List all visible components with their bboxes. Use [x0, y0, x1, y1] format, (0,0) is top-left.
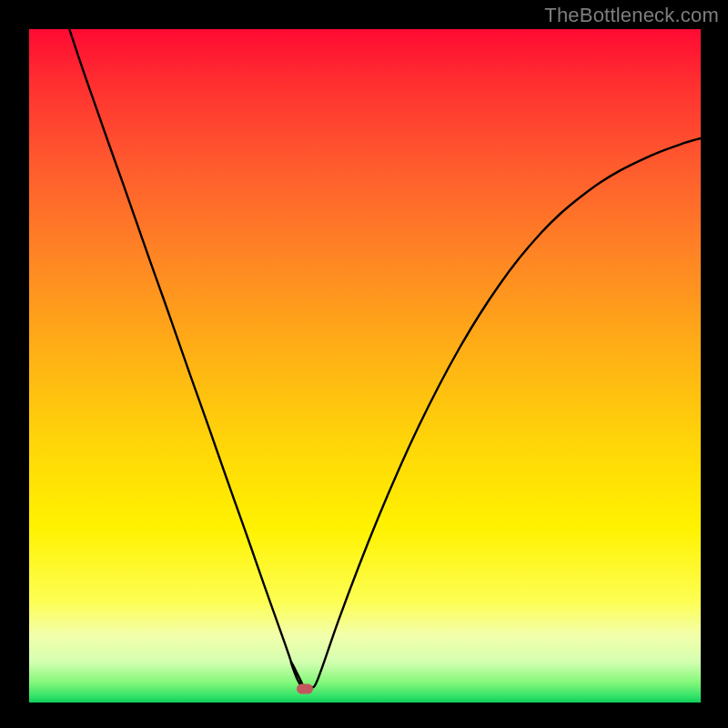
chart-area	[29, 29, 701, 703]
branding-watermark: TheBottleneck.com	[544, 4, 719, 27]
optimal-point-marker	[297, 684, 313, 694]
bottleneck-curve	[29, 29, 701, 703]
